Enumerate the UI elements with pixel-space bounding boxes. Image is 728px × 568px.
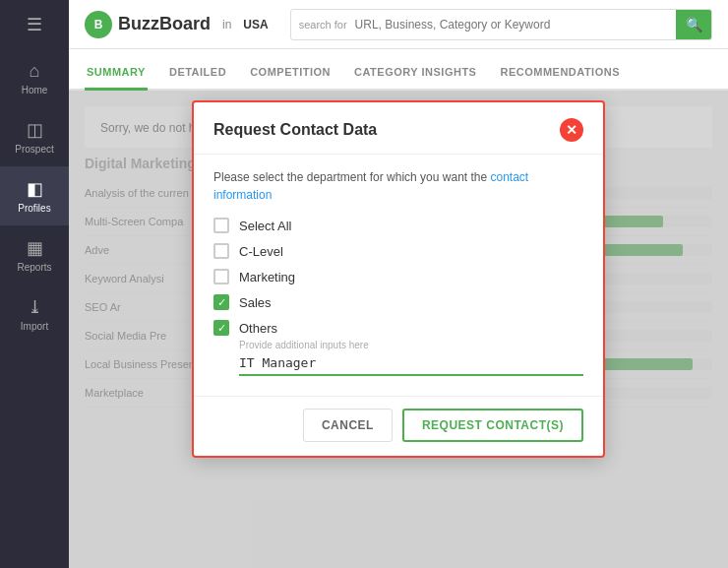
dialog-body: Please select the department for which y… — [194, 155, 603, 396]
dialog-footer: CANCEL REQUEST CONTACT(S) — [194, 396, 603, 456]
sidebar: ☰ ⌂ Home ◫ Prospect ◧ Profiles ▦ Reports… — [0, 0, 69, 568]
additional-input-textarea[interactable]: IT Manager — [239, 352, 583, 376]
checkbox-item-sales[interactable]: ✓ Sales — [213, 294, 583, 310]
checkbox-marketing[interactable] — [213, 269, 229, 284]
import-icon: ⤓ — [28, 296, 42, 318]
logo-text: BuzzBoard — [118, 14, 211, 34]
hamburger-icon: ☰ — [27, 14, 42, 35]
hamburger-menu[interactable]: ☰ — [0, 0, 69, 49]
prospect-icon: ◫ — [27, 119, 43, 141]
sidebar-item-profiles[interactable]: ◧ Profiles — [0, 166, 69, 225]
checkbox-others[interactable]: ✓ — [213, 320, 229, 336]
dialog-description: Please select the department for which y… — [213, 168, 583, 204]
checkbox-item-others[interactable]: ✓ Others — [213, 320, 583, 336]
checkbox-item-select-all[interactable]: Select All — [213, 218, 583, 233]
search-button[interactable]: 🔍 — [676, 9, 711, 40]
sidebar-item-import-label: Import — [21, 321, 48, 332]
reports-icon: ▦ — [27, 237, 43, 259]
header-in-label: in — [222, 18, 231, 32]
search-icon: 🔍 — [686, 17, 702, 32]
search-input[interactable] — [355, 18, 676, 32]
checkbox-marketing-label: Marketing — [239, 270, 295, 284]
search-label: search for — [291, 19, 355, 31]
sidebar-item-profiles-label: Profiles — [18, 203, 50, 214]
dialog-title: Request Contact Data — [213, 121, 377, 139]
sidebar-item-import[interactable]: ⤓ Import — [0, 284, 69, 344]
request-contacts-button[interactable]: REQUEST CONTACT(S) — [402, 409, 583, 442]
tab-summary[interactable]: SUMMARY — [85, 66, 148, 91]
dialog-description-highlight: contact information — [213, 170, 528, 202]
logo-icon: B — [85, 11, 112, 38]
textarea-group: Provide additional inputs here IT Manage… — [239, 340, 583, 380]
checkbox-select-all-label: Select All — [239, 219, 291, 233]
dialog-close-button[interactable]: ✕ — [560, 118, 583, 142]
home-icon: ⌂ — [30, 61, 40, 82]
checkbox-clevel-label: C-Level — [239, 244, 283, 259]
header-country: USA — [243, 18, 268, 32]
modal-overlay: Request Contact Data ✕ Please select the… — [69, 91, 728, 568]
textarea-label: Provide additional inputs here — [239, 340, 583, 350]
checkbox-select-all[interactable] — [213, 218, 229, 233]
sidebar-item-home-label: Home — [22, 85, 48, 95]
dialog-header: Request Contact Data ✕ — [194, 102, 603, 155]
tab-category-insights[interactable]: CATEGORY INSIGHTS — [352, 66, 478, 91]
cancel-button[interactable]: CANCEL — [303, 409, 393, 442]
content-area: Sorry, we do not ha nformation. Digital … — [69, 91, 728, 568]
checkbox-sales-label: Sales — [239, 295, 272, 310]
sidebar-item-reports[interactable]: ▦ Reports — [0, 225, 69, 284]
sidebar-item-prospect[interactable]: ◫ Prospect — [0, 107, 69, 166]
tab-competition[interactable]: COMPETITION — [248, 66, 333, 91]
tabs-bar: SUMMARY DETAILED COMPETITION CATEGORY IN… — [69, 49, 728, 91]
logo: B BuzzBoard — [85, 11, 211, 38]
search-bar: search for 🔍 — [290, 9, 712, 40]
checkbox-item-marketing[interactable]: Marketing — [213, 269, 583, 284]
checkbox-others-label: Others — [239, 321, 277, 336]
main-area: B BuzzBoard in USA search for 🔍 SUMMARY … — [69, 0, 728, 568]
sidebar-item-reports-label: Reports — [17, 262, 51, 273]
sidebar-item-prospect-label: Prospect — [15, 144, 53, 155]
tab-recommendations[interactable]: RECOMMENDATIONS — [498, 66, 622, 91]
checkbox-clevel[interactable] — [213, 243, 229, 259]
tab-detailed[interactable]: DETAILED — [167, 66, 228, 91]
checkbox-sales[interactable]: ✓ — [213, 294, 229, 310]
checkbox-list: Select All C-Level Marketing ✓ Sales — [213, 218, 583, 336]
sidebar-item-home[interactable]: ⌂ Home — [0, 49, 69, 107]
profiles-icon: ◧ — [27, 178, 43, 200]
checkbox-item-clevel[interactable]: C-Level — [213, 243, 583, 259]
header: B BuzzBoard in USA search for 🔍 — [69, 0, 728, 49]
request-contact-dialog: Request Contact Data ✕ Please select the… — [192, 100, 605, 458]
